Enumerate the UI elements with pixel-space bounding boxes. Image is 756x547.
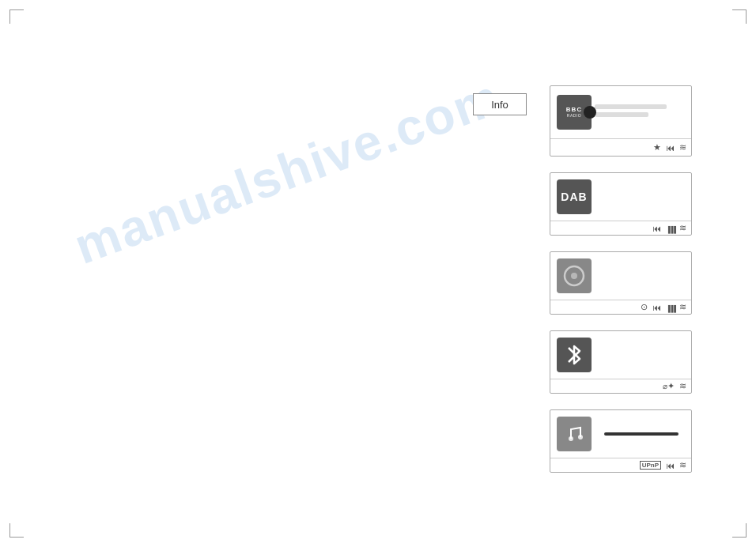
bt-icon-box (557, 338, 592, 372)
card-music-footer: UPnP (550, 458, 691, 472)
bt-svg (564, 343, 584, 367)
music-svg (563, 423, 585, 445)
card-fm: ⊙ (550, 251, 692, 315)
bbc-radio-text: RADIO (567, 113, 581, 118)
dab-prev-icon (652, 224, 661, 233)
bbc-line-2 (595, 112, 648, 117)
card-fm-footer: ⊙ (550, 300, 691, 314)
fm-icon (557, 258, 592, 293)
corner-mark-tl (9, 9, 24, 24)
svg-point-2 (569, 436, 573, 441)
card-dab-main: DAB (550, 173, 691, 221)
card-bbc-footer (550, 138, 691, 156)
dab-icon: DAB (557, 179, 592, 214)
fm-signal-icon (666, 303, 675, 312)
dab-signal-icon (666, 224, 675, 233)
fm-prev-icon (652, 303, 661, 312)
card-fm-main (550, 252, 691, 300)
music-prev-icon (666, 461, 675, 470)
globe-icon: ⊙ (641, 302, 648, 312)
card-music: UPnP (550, 409, 692, 473)
wifi-icon (679, 142, 686, 153)
music-icon-box (557, 417, 592, 451)
bbc-line-1 (595, 104, 667, 109)
upnp-label: UPnP (640, 461, 661, 470)
card-bluetooth: ✦ (550, 330, 692, 394)
bbc-radio-text-area (592, 104, 685, 120)
bt-footer-icon: ✦ (663, 381, 675, 391)
card-bt-main (550, 331, 691, 379)
dab-wifi-icon (679, 223, 686, 233)
svg-point-3 (578, 435, 583, 439)
dab-text: DAB (561, 191, 587, 203)
card-bbc-radio-main: BBC RADIO (550, 86, 691, 138)
star-icon (653, 142, 661, 153)
bbc-logo-wrapper: BBC RADIO (557, 95, 592, 130)
prev-icon (666, 143, 675, 153)
card-music-main (550, 410, 691, 458)
bbc-text: BBC (566, 107, 582, 113)
bbc-dot (584, 106, 596, 119)
bt-wifi-icon (679, 381, 686, 391)
card-dab-footer (550, 221, 691, 235)
music-progress-bar (604, 432, 679, 436)
info-button-label: Info (491, 99, 508, 111)
watermark: manualshive.com (66, 67, 508, 275)
fm-wifi-icon (679, 302, 686, 312)
corner-mark-tr (732, 9, 747, 24)
corner-mark-br (732, 523, 747, 538)
info-button[interactable]: Info (473, 93, 527, 115)
card-bbc-radio: BBC RADIO (550, 85, 692, 157)
fm-svg (562, 264, 586, 288)
card-bt-footer: ✦ (550, 379, 691, 393)
music-wifi-icon (679, 460, 686, 470)
card-dab: DAB (550, 172, 692, 236)
svg-point-1 (571, 273, 577, 279)
corner-mark-bl (9, 523, 24, 538)
